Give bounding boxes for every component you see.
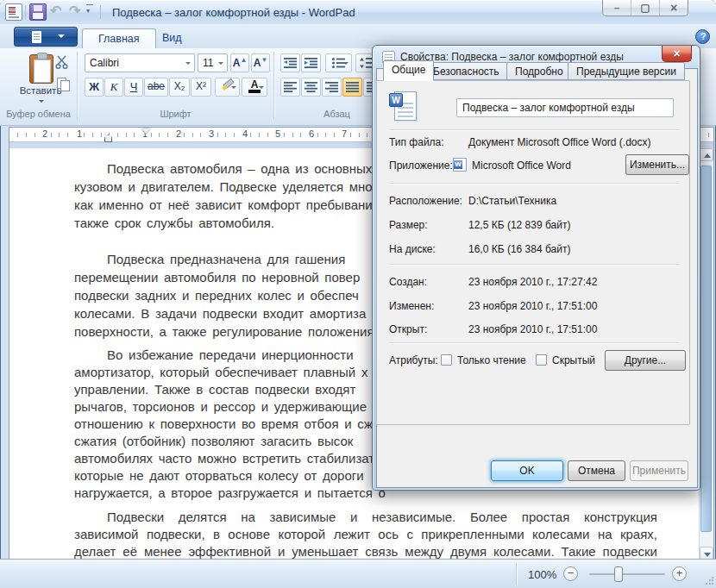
clipboard-group-label: Буфер обмена: [0, 109, 77, 119]
dialog-close-button[interactable]: [662, 46, 692, 62]
resize-grip[interactable]: [705, 577, 713, 585]
dialog-tab-general[interactable]: Общие: [383, 60, 434, 81]
superscript-button[interactable]: X²: [191, 78, 211, 97]
align-center-icon: [305, 82, 317, 92]
field-label: Создан:: [389, 276, 427, 288]
justify-icon: [346, 82, 359, 92]
ruler-number: 2: [41, 128, 49, 139]
font-family-select[interactable]: Calibri: [85, 53, 195, 72]
align-right-button[interactable]: [322, 78, 342, 97]
dialog-tab-details[interactable]: Подробно: [506, 62, 572, 80]
field-value: Microsoft Office Word: [472, 160, 571, 172]
divider: [389, 342, 679, 343]
maximize-button[interactable]: [631, 0, 660, 16]
ruler-number: 6: [307, 128, 316, 139]
font-color-button[interactable]: A: [242, 78, 267, 97]
align-left-button[interactable]: [280, 78, 300, 97]
word-logo: W: [389, 93, 403, 107]
scroll-up-icon[interactable]: [700, 148, 713, 161]
undo-icon[interactable]: ↶: [50, 3, 61, 19]
zoom-in-button[interactable]: +: [672, 566, 687, 581]
zoom-out-button[interactable]: −: [563, 566, 578, 581]
divider: [389, 183, 679, 184]
divider: [516, 563, 517, 585]
ok-button[interactable]: OK: [491, 460, 563, 481]
field-value: 16,0 КБ (16 384 байт): [468, 243, 570, 255]
align-center-button[interactable]: [301, 78, 321, 97]
copy-button[interactable]: [53, 74, 72, 91]
align-right-icon: [325, 82, 338, 92]
dialog-tab-versions[interactable]: Предыдущие версии: [568, 62, 685, 80]
general-tab-panel: W Подвеска – залог комфортной езды Тип ф…: [376, 80, 690, 425]
filename-input[interactable]: Подвеска – залог комфортной езды: [456, 98, 674, 117]
wordpad-menu-button[interactable]: [14, 27, 78, 47]
dialog-tab-security[interactable]: Безопасность: [424, 62, 508, 80]
field-label: Открыт:: [389, 323, 427, 335]
shrink-font-button[interactable]: A▼: [251, 53, 270, 72]
wordpad-app-icon[interactable]: [5, 3, 22, 21]
field-label: Изменен:: [389, 300, 434, 312]
change-app-button[interactable]: Изменить...: [625, 154, 689, 175]
divider: [389, 129, 679, 130]
list-button[interactable]: [325, 53, 352, 72]
zoom-slider-thumb[interactable]: [614, 566, 623, 582]
field-value: Документ Microsoft Office Word (.docx): [468, 136, 651, 148]
decrease-indent-button[interactable]: [280, 53, 300, 72]
zoom-slider[interactable]: [589, 573, 665, 575]
bold-button[interactable]: Ж: [85, 78, 104, 97]
tab-view[interactable]: Вид: [147, 28, 198, 48]
document-icon: [32, 31, 41, 43]
cancel-button[interactable]: Отмена: [568, 460, 625, 481]
divider: [389, 264, 679, 265]
grow-font-button[interactable]: A▲: [230, 53, 249, 72]
divider: [100, 5, 101, 19]
properties-dialog: Свойства: Подвеска – залог комфортной ез…: [372, 45, 700, 491]
vertical-scrollbar[interactable]: [699, 148, 713, 560]
wordpad-window: ↶ ↷ ▾ Подвеска – залог комфортной езды -…: [0, 0, 716, 588]
field-label: Приложение:: [389, 160, 453, 172]
redo-icon[interactable]: ↷: [69, 3, 80, 19]
field-value: 12,5 КБ (12 839 байт): [468, 219, 570, 231]
field-label: На диске:: [389, 243, 436, 255]
readonly-checkbox[interactable]: [441, 354, 452, 366]
scrollbar-thumb[interactable]: [700, 166, 712, 532]
hidden-checkbox[interactable]: [536, 354, 547, 366]
chevron-down-icon: [39, 100, 44, 105]
tab-home[interactable]: Главная: [82, 28, 156, 48]
underline-button[interactable]: Ч: [124, 78, 143, 97]
subscript-button[interactable]: X₂: [169, 78, 190, 97]
apply-button[interactable]: Применить: [630, 460, 688, 481]
cut-button[interactable]: [53, 53, 72, 71]
save-icon[interactable]: [29, 3, 47, 21]
font-size-value: 11: [203, 57, 213, 69]
italic-button[interactable]: K: [104, 78, 123, 97]
ruler-number: 5: [273, 128, 282, 139]
scroll-down-icon[interactable]: [700, 547, 713, 560]
first-line-indent-marker[interactable]: [141, 128, 150, 138]
doc-line: зависимой подвески, в основе которой леж…: [74, 526, 657, 543]
other-attributes-button[interactable]: Другие...: [605, 350, 686, 371]
field-label: Тип файла:: [389, 136, 444, 148]
close-window-button[interactable]: [660, 0, 688, 16]
doc-line: делает её менее эффективной и уменьшает …: [74, 543, 657, 560]
increase-indent-button[interactable]: [301, 53, 321, 72]
minimize-button[interactable]: [603, 0, 631, 16]
highlight-button[interactable]: [215, 78, 240, 97]
chevron-down-icon: [259, 86, 264, 91]
font-size-select[interactable]: 11: [198, 53, 228, 72]
help-icon[interactable]: [695, 29, 710, 44]
font-group-label: Шрифт: [78, 109, 273, 119]
justify-button[interactable]: [342, 78, 362, 97]
clipboard-icon: [29, 54, 53, 84]
status-bar: 100% − +: [0, 559, 716, 588]
field-label: Размер:: [389, 219, 428, 231]
divider: [25, 5, 26, 19]
titlebar: ↶ ↷ ▾ Подвеска – залог комфортной езды -…: [0, 0, 716, 24]
word-document-icon: W: [389, 91, 420, 124]
hidden-label: Скрытый: [552, 354, 595, 366]
ruler-number: 2: [174, 128, 183, 139]
quick-access-dropdown-icon[interactable]: ▾: [86, 7, 90, 15]
zoom-level: 100%: [528, 568, 556, 581]
strikethrough-button[interactable]: abe: [144, 78, 168, 97]
chevron-down-icon: [231, 86, 236, 91]
